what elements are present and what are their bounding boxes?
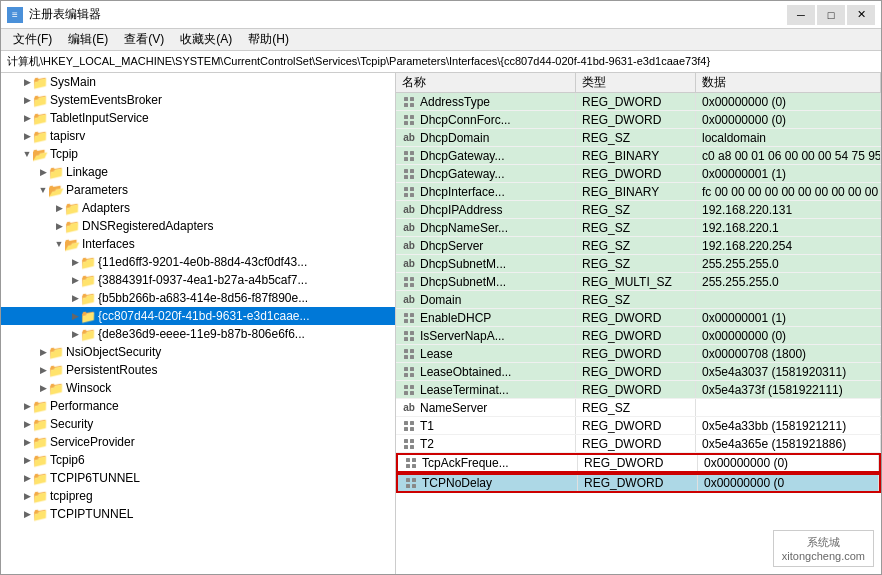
tree-item[interactable]: ▶📁TCPIP6TUNNEL — [1, 469, 395, 487]
registry-name-text: NameServer — [420, 401, 487, 415]
registry-name-text: DhcpServer — [420, 239, 483, 253]
svg-rect-49 — [410, 439, 414, 443]
folder-icon: 📂 — [33, 147, 47, 161]
tree-item-label: {11ed6ff3-9201-4e0b-88d4-43cf0df43... — [98, 255, 307, 269]
tree-item[interactable]: ▶📁{3884391f-0937-4ea1-b27a-a4b5caf7... — [1, 271, 395, 289]
folder-icon: 📁 — [81, 291, 95, 305]
tree-item[interactable]: ▶📁SysMain — [1, 73, 395, 91]
registry-row[interactable]: DhcpInterface...REG_BINARYfc 00 00 00 00… — [396, 183, 881, 201]
svg-rect-3 — [410, 103, 414, 107]
grid-icon — [402, 329, 416, 343]
registry-row[interactable]: abDhcpNameSer...REG_SZ192.168.220.1 — [396, 219, 881, 237]
registry-cell-type: REG_SZ — [576, 399, 696, 416]
tree-item[interactable]: ▶📁SystemEventsBroker — [1, 91, 395, 109]
svg-rect-59 — [412, 484, 416, 488]
registry-name-text: DhcpNameSer... — [420, 221, 508, 235]
registry-row[interactable]: DhcpGateway...REG_DWORD0x00000001 (1) — [396, 165, 881, 183]
registry-editor-window: ≡ 注册表编辑器 ─ □ ✕ 文件(F)编辑(E)查看(V)收藏夹(A)帮助(H… — [0, 0, 882, 575]
registry-cell-type: REG_DWORD — [576, 363, 696, 380]
tree-item[interactable]: ▼📂Tcpip — [1, 145, 395, 163]
svg-rect-48 — [404, 439, 408, 443]
tree-item-label: TCPIPTUNNEL — [50, 507, 133, 521]
menu-item[interactable]: 收藏夹(A) — [172, 29, 240, 50]
menu-item[interactable]: 查看(V) — [116, 29, 172, 50]
tree-item[interactable]: ▶📁Adapters — [1, 199, 395, 217]
registry-row[interactable]: TCPNoDelayREG_DWORD0x00000000 (0 — [396, 473, 881, 493]
tree-item[interactable]: ▶📁{11ed6ff3-9201-4e0b-88d4-43cf0df43... — [1, 253, 395, 271]
svg-rect-17 — [410, 187, 414, 191]
svg-rect-5 — [410, 115, 414, 119]
ab-icon: ab — [402, 203, 416, 217]
svg-rect-9 — [410, 151, 414, 155]
tree-item[interactable]: ▶📁{cc807d44-020f-41bd-9631-e3d1caae... — [1, 307, 395, 325]
registry-row[interactable]: T2REG_DWORD0x5e4a365e (1581921886) — [396, 435, 881, 453]
registry-row[interactable]: AddressTypeREG_DWORD0x00000000 (0) — [396, 93, 881, 111]
registry-row[interactable]: DhcpGateway...REG_BINARYc0 a8 00 01 06 0… — [396, 147, 881, 165]
registry-cell-data: 0x00000000 (0) — [696, 327, 881, 344]
registry-row[interactable]: LeaseObtained...REG_DWORD0x5e4a3037 (158… — [396, 363, 881, 381]
registry-row[interactable]: TcpAckFreque...REG_DWORD0x00000000 (0) — [396, 453, 881, 473]
tree-item[interactable]: ▶📁{de8e36d9-eeee-11e9-b87b-806e6f6... — [1, 325, 395, 343]
tree-item[interactable]: ▶📁{b5bb266b-a683-414e-8d56-f87f890e... — [1, 289, 395, 307]
registry-cell-data: localdomain — [696, 129, 881, 146]
menu-item[interactable]: 帮助(H) — [240, 29, 297, 50]
tree-item[interactable]: ▶📁Winsock — [1, 379, 395, 397]
menu-item[interactable]: 文件(F) — [5, 29, 60, 50]
tree-item[interactable]: ▶📁TCPIPTUNNEL — [1, 505, 395, 523]
registry-row[interactable]: T1REG_DWORD0x5e4a33bb (1581921211) — [396, 417, 881, 435]
tree-item[interactable]: ▶📁tapisrv — [1, 127, 395, 145]
grid-icon — [404, 476, 418, 490]
folder-icon: 📁 — [81, 255, 95, 269]
tree-item[interactable]: ▶📁ServiceProvider — [1, 433, 395, 451]
svg-rect-23 — [410, 283, 414, 287]
tree-item[interactable]: ▶📁tcpipreg — [1, 487, 395, 505]
grid-icon — [402, 113, 416, 127]
registry-cell-data: 192.168.220.254 — [696, 237, 881, 254]
registry-cell-data: 255.255.255.0 — [696, 273, 881, 290]
registry-row[interactable]: LeaseREG_DWORD0x00000708 (1800) — [396, 345, 881, 363]
registry-cell-type: REG_DWORD — [576, 111, 696, 128]
registry-name-text: DhcpConnForc... — [420, 113, 511, 127]
registry-name-text: DhcpSubnetM... — [420, 257, 506, 271]
registry-table[interactable]: AddressTypeREG_DWORD0x00000000 (0) DhcpC… — [396, 93, 881, 574]
registry-cell-name: abDhcpIPAddress — [396, 201, 576, 218]
tree-scroll[interactable]: ▶📁SysMain▶📁SystemEventsBroker▶📁TabletInp… — [1, 73, 395, 574]
svg-rect-13 — [410, 169, 414, 173]
tree-item[interactable]: ▶📁Performance — [1, 397, 395, 415]
tree-item[interactable]: ▶📁Linkage — [1, 163, 395, 181]
registry-row[interactable]: abDhcpServerREG_SZ192.168.220.254 — [396, 237, 881, 255]
registry-row[interactable]: abDomainREG_SZ — [396, 291, 881, 309]
tree-item[interactable]: ▶📁TabletInputService — [1, 109, 395, 127]
svg-rect-14 — [404, 175, 408, 179]
minimize-button[interactable]: ─ — [787, 5, 815, 25]
tree-item-label: {3884391f-0937-4ea1-b27a-a4b5caf7... — [98, 273, 308, 287]
registry-row[interactable]: DhcpSubnetM...REG_MULTI_SZ255.255.255.0 — [396, 273, 881, 291]
registry-row[interactable]: DhcpConnForc...REG_DWORD0x00000000 (0) — [396, 111, 881, 129]
grid-icon — [402, 185, 416, 199]
registry-row[interactable]: abNameServerREG_SZ — [396, 399, 881, 417]
tree-item[interactable]: ▶📁PersistentRoutes — [1, 361, 395, 379]
close-button[interactable]: ✕ — [847, 5, 875, 25]
svg-rect-22 — [404, 283, 408, 287]
folder-icon: 📁 — [33, 75, 47, 89]
tree-item[interactable]: ▶📁Tcpip6 — [1, 451, 395, 469]
maximize-button[interactable]: □ — [817, 5, 845, 25]
registry-row[interactable]: abDhcpIPAddressREG_SZ192.168.220.131 — [396, 201, 881, 219]
menu-item[interactable]: 编辑(E) — [60, 29, 116, 50]
registry-row[interactable]: abDhcpDomainREG_SZlocaldomain — [396, 129, 881, 147]
registry-row[interactable]: LeaseTerminat...REG_DWORD0x5e4a373f (158… — [396, 381, 881, 399]
tree-item[interactable]: ▶📁DNSRegisteredAdapters — [1, 217, 395, 235]
registry-cell-type: REG_SZ — [576, 291, 696, 308]
registry-row[interactable]: abDhcpSubnetM...REG_SZ255.255.255.0 — [396, 255, 881, 273]
tree-item[interactable]: ▼📂Parameters — [1, 181, 395, 199]
registry-row[interactable]: EnableDHCPREG_DWORD0x00000001 (1) — [396, 309, 881, 327]
folder-icon: 📁 — [81, 327, 95, 341]
svg-rect-52 — [406, 458, 410, 462]
tree-item[interactable]: ▼📂Interfaces — [1, 235, 395, 253]
registry-cell-name: abDomain — [396, 291, 576, 308]
tree-item[interactable]: ▶📁Security — [1, 415, 395, 433]
registry-row[interactable]: IsServerNapA...REG_DWORD0x00000000 (0) — [396, 327, 881, 345]
grid-icon — [402, 365, 416, 379]
svg-rect-55 — [412, 464, 416, 468]
tree-item[interactable]: ▶📁NsiObjectSecurity — [1, 343, 395, 361]
